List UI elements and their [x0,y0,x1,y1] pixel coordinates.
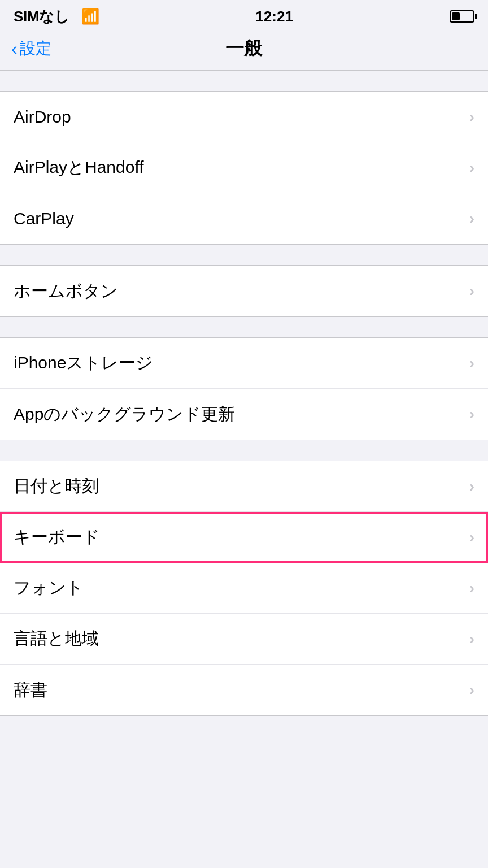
item-label-date-time: 日付と時刻 [14,475,99,498]
settings-section-3: iPhoneストレージ › Appのバックグラウンド更新 › [0,337,488,440]
item-label-dictionary: 辞書 [14,679,47,702]
chevron-icon-keyboard: › [469,528,474,546]
section-gap-3 [0,317,488,337]
time-label: 12:21 [255,8,293,25]
battery-fill [452,12,460,20]
settings-item-language-region[interactable]: 言語と地域 › [0,614,488,665]
settings-section-1: AirDrop › AirPlayとHandoff › CarPlay › [0,91,488,245]
chevron-icon-carplay: › [469,210,474,228]
settings-item-date-time[interactable]: 日付と時刻 › [0,461,488,512]
settings-section-2: ホームボタン › [0,265,488,317]
chevron-icon-iphone-storage: › [469,354,474,372]
chevron-icon-airplay-handoff: › [469,159,474,177]
settings-item-airdrop[interactable]: AirDrop › [0,92,488,142]
section-gap-4 [0,440,488,461]
item-label-airplay-handoff: AirPlayとHandoff [14,156,144,179]
item-label-iphone-storage: iPhoneストレージ [14,351,153,375]
chevron-icon-airdrop: › [469,108,474,126]
chevron-icon-app-background: › [469,405,474,423]
settings-item-fonts[interactable]: フォント › [0,563,488,614]
chevron-icon-fonts: › [469,579,474,597]
battery-area [450,10,474,23]
nav-bar: ‹ 設定 一般 [0,31,488,71]
settings-item-airplay-handoff[interactable]: AirPlayとHandoff › [0,142,488,193]
chevron-icon-language-region: › [469,630,474,648]
carrier-label: SIMなし 📶 [14,7,99,27]
item-label-airdrop: AirDrop [14,107,71,127]
back-chevron-icon: ‹ [11,40,18,58]
status-bar: SIMなし 📶 12:21 [0,0,488,31]
item-label-keyboard: キーボード [14,526,100,549]
section-gap-top [0,71,488,91]
item-label-fonts: フォント [14,576,84,600]
item-label-app-background: Appのバックグラウンド更新 [14,403,235,426]
battery-icon [450,10,474,23]
settings-section-4: 日付と時刻 › キーボード › フォント › 言語と地域 › 辞書 › [0,461,488,716]
chevron-icon-home-button: › [469,282,474,300]
settings-item-dictionary[interactable]: 辞書 › [0,665,488,715]
settings-item-home-button[interactable]: ホームボタン › [0,266,488,316]
back-button[interactable]: ‹ 設定 [11,38,51,59]
section-gap-2 [0,245,488,265]
item-label-carplay: CarPlay [14,209,74,228]
settings-item-keyboard[interactable]: キーボード › [0,512,488,563]
item-label-language-region: 言語と地域 [14,627,99,650]
back-label: 設定 [20,38,51,59]
page-title: 一般 [226,36,262,61]
settings-item-app-background[interactable]: Appのバックグラウンド更新 › [0,389,488,440]
wifi-icon: 📶 [81,8,99,25]
settings-item-iphone-storage[interactable]: iPhoneストレージ › [0,338,488,389]
item-label-home-button: ホームボタン [14,280,118,303]
chevron-icon-date-time: › [469,478,474,496]
chevron-icon-dictionary: › [469,681,474,699]
settings-item-carplay[interactable]: CarPlay › [0,193,488,244]
